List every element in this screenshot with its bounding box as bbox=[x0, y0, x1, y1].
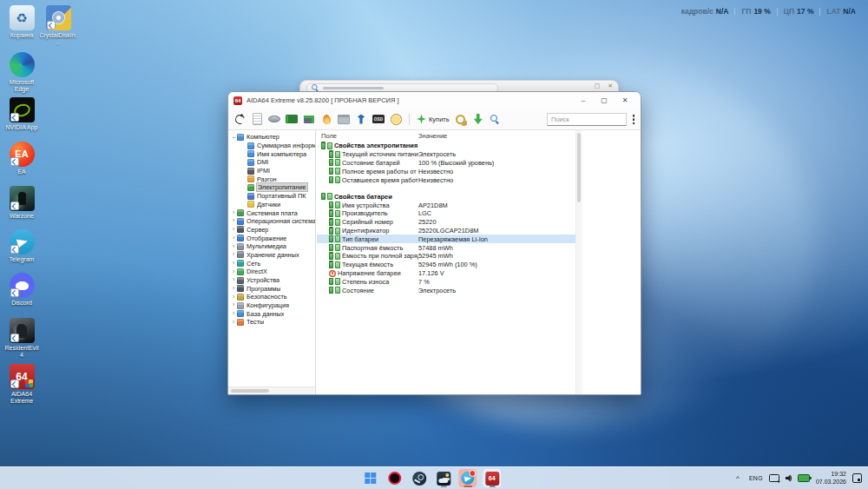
taskbar-start-button[interactable] bbox=[361, 469, 379, 487]
tree-item-База данных[interactable]: ›База данных bbox=[228, 309, 315, 318]
title-bar[interactable]: 64 AIDA64 Extreme v8.25.8200 [ ПРОБНАЯ В… bbox=[228, 92, 641, 109]
tree-item-Программы[interactable]: ›Программы bbox=[228, 284, 315, 293]
tree-item-Сервер[interactable]: ›Сервер bbox=[228, 226, 315, 235]
chevron-collapsed-icon[interactable]: › bbox=[230, 210, 237, 216]
scrollbar-thumb[interactable] bbox=[231, 389, 269, 393]
license-keys-button[interactable] bbox=[455, 113, 467, 125]
chevron-collapsed-icon[interactable]: › bbox=[230, 218, 237, 224]
chevron-collapsed-icon[interactable]: › bbox=[230, 269, 237, 275]
tree-item-Конфигурация[interactable]: ›Конфигурация bbox=[228, 301, 315, 310]
property-row[interactable]: Степень износа7 % bbox=[317, 277, 575, 286]
list-vertical-scrollbar[interactable] bbox=[575, 130, 582, 394]
tree-horizontal-scrollbar[interactable] bbox=[228, 387, 316, 394]
tree-item-Системная плата[interactable]: ›Системная плата bbox=[228, 208, 315, 217]
chevron-collapsed-icon[interactable]: › bbox=[230, 277, 237, 283]
property-row[interactable]: СостояниеЭлектросеть bbox=[317, 286, 575, 294]
tree-item-DirectX[interactable]: ›DirectX bbox=[228, 268, 315, 276]
osd-button[interactable]: OSD bbox=[372, 113, 385, 125]
maximize-icon[interactable]: ▢ bbox=[595, 83, 601, 89]
buy-button[interactable]: Купить bbox=[417, 115, 450, 124]
report-button[interactable] bbox=[251, 113, 263, 125]
scrollbar-thumb[interactable] bbox=[577, 133, 581, 202]
user-info-button[interactable] bbox=[355, 113, 367, 125]
close-icon[interactable]: ✕ bbox=[608, 83, 613, 89]
tree-item-Суммарная информация[interactable]: Суммарная информация bbox=[228, 142, 315, 150]
language-indicator[interactable]: ENG bbox=[749, 475, 763, 481]
property-row[interactable]: Состояние батарей100 % (Высокий уровень) bbox=[317, 159, 575, 168]
memory-button[interactable] bbox=[286, 113, 298, 125]
tree-item-Датчики[interactable]: Датчики bbox=[228, 201, 315, 209]
taskbar-steam-button[interactable] bbox=[410, 469, 428, 487]
column-field[interactable]: Поле bbox=[321, 132, 418, 140]
chevron-collapsed-icon[interactable]: › bbox=[230, 320, 237, 326]
column-value[interactable]: Значение bbox=[418, 132, 447, 140]
taskbar-weather-button[interactable] bbox=[434, 469, 452, 487]
sensor-panel-button[interactable] bbox=[390, 113, 402, 125]
notification-center-icon[interactable] bbox=[852, 473, 862, 483]
refresh-button[interactable] bbox=[233, 113, 246, 125]
volume-button[interactable] bbox=[786, 474, 792, 482]
update-download-button[interactable] bbox=[472, 113, 484, 125]
tree-item-Портативный ПК[interactable]: Портативный ПК bbox=[228, 192, 315, 201]
property-row[interactable]: Серийный номер25220 bbox=[317, 218, 575, 227]
property-row[interactable]: Паспортная ёмкость57488 mWh bbox=[317, 243, 575, 252]
desktop-icon-aida64[interactable]: 64AIDA64 Extreme bbox=[3, 364, 40, 405]
property-row[interactable]: Оставшееся время работы от ...Неизвестно bbox=[317, 175, 575, 184]
chevron-collapsed-icon[interactable]: › bbox=[230, 261, 237, 267]
chevron-collapsed-icon[interactable]: › bbox=[230, 294, 237, 301]
tree-item-Операционная система[interactable]: ›Операционная система bbox=[228, 217, 315, 226]
chevron-collapsed-icon[interactable]: › bbox=[230, 235, 237, 241]
display-cast-icon[interactable] bbox=[769, 474, 779, 482]
tree-item-Тесты[interactable]: ›Тесты bbox=[228, 318, 315, 327]
kebab-menu-icon[interactable] bbox=[632, 114, 635, 124]
chevron-collapsed-icon[interactable]: › bbox=[230, 244, 237, 250]
taskbar-opera-gx-button[interactable] bbox=[385, 469, 404, 487]
desktop-icon-nvidia-app[interactable]: NVIDIA App bbox=[3, 97, 40, 131]
chevron-collapsed-icon[interactable]: › bbox=[230, 302, 237, 308]
tree-item-IPMI[interactable]: IPMI bbox=[228, 167, 315, 175]
desktop-icon-crystaldiskinfo[interactable]: CrystalDiskIn... bbox=[40, 5, 76, 46]
hidden-icons-chevron[interactable]: ^ bbox=[736, 474, 740, 482]
property-row[interactable]: Полное время работы от бата...Неизвестно bbox=[317, 167, 575, 175]
tree-item-Устройства[interactable]: ›Устройства bbox=[228, 276, 315, 285]
tree-item-DMI[interactable]: DMI bbox=[228, 158, 315, 167]
chevron-collapsed-icon[interactable]: › bbox=[230, 311, 237, 317]
chevron-collapsed-icon[interactable]: › bbox=[230, 227, 237, 233]
tree-item-Электропитание[interactable]: Электропитание bbox=[228, 183, 315, 192]
clock[interactable]: 19:32 07.03.2026 bbox=[816, 471, 846, 485]
tree-item-Хранение данных[interactable]: ›Хранение данных bbox=[228, 251, 315, 260]
tree-item-Имя компьютера[interactable]: Имя компьютера bbox=[228, 149, 315, 158]
chevron-collapsed-icon[interactable]: › bbox=[230, 252, 237, 258]
battery-icon[interactable] bbox=[798, 474, 810, 482]
property-row[interactable]: Напряжение батареи17.126 V bbox=[317, 269, 575, 278]
search-input[interactable] bbox=[547, 113, 627, 126]
property-row[interactable]: Текущая ёмкость52945 mWh (100 %) bbox=[317, 261, 575, 269]
tree-item-Безопасность[interactable]: ›Безопасность bbox=[228, 293, 315, 301]
tree-item-Компьютер[interactable]: ›Компьютер bbox=[228, 133, 315, 142]
desktop-icon-telegram[interactable]: Telegram bbox=[3, 229, 40, 263]
chevron-collapsed-icon[interactable]: › bbox=[230, 286, 237, 292]
desktop-icon-ea[interactable]: EAEA bbox=[3, 142, 40, 175]
property-row[interactable]: Текущий источник питанияЭлектросеть bbox=[317, 150, 575, 159]
spd-button[interactable] bbox=[268, 113, 280, 125]
taskbar-aida64-button[interactable]: 64 bbox=[483, 469, 501, 487]
screenshot-button[interactable] bbox=[338, 113, 350, 125]
close-button[interactable]: ✕ bbox=[615, 94, 635, 107]
benchmark-button[interactable] bbox=[303, 113, 315, 125]
desktop-icon-recycle-bin[interactable]: ♻Корзина bbox=[3, 5, 40, 39]
tree-item-Разгон[interactable]: Разгон bbox=[228, 175, 315, 183]
tree-item-Сеть[interactable]: ›Сеть bbox=[228, 259, 315, 268]
maximize-button[interactable]: ▢ bbox=[594, 94, 615, 107]
tree-item-Мультимедиа[interactable]: ›Мультимедиа bbox=[228, 242, 315, 251]
property-row[interactable]: Имя устройстваAP21D8M bbox=[317, 201, 575, 209]
desktop-icon-resident-evil-4[interactable]: ResidentEvil 4 bbox=[3, 318, 40, 359]
property-row[interactable]: Тип батареиПерезаряжаемая Li-Ion bbox=[317, 235, 575, 243]
taskbar-telegram-button[interactable] bbox=[458, 469, 477, 487]
tree-item-Отображение[interactable]: ›Отображение bbox=[228, 234, 315, 242]
property-row[interactable]: ПроизводительLGC bbox=[317, 209, 575, 218]
desktop-icon-game[interactable]: Warzone bbox=[3, 186, 40, 220]
property-row[interactable]: Идентификатор25220LGCAP21D8M bbox=[317, 227, 575, 235]
desktop-icon-edge[interactable]: Microsoft Edge bbox=[3, 52, 40, 93]
chevron-expanded-icon[interactable]: › bbox=[231, 134, 237, 141]
property-row[interactable]: Ёмкость при полной зарядке52945 mWh bbox=[317, 252, 575, 261]
